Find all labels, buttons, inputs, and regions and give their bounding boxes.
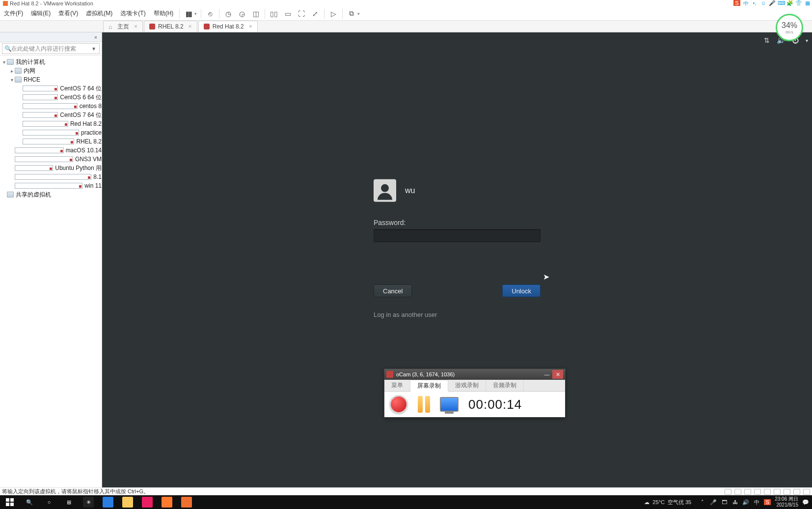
close-button[interactable]: ✕	[552, 370, 563, 379]
password-input[interactable]	[374, 229, 541, 242]
unity-button[interactable]: ▭	[282, 8, 293, 19]
menu-tabs[interactable]: 选项卡(T)	[116, 7, 149, 20]
tree-root-shared[interactable]: 共享的虚拟机	[0, 190, 102, 199]
scale-button[interactable]: ⧉	[346, 8, 357, 19]
tray-keyboard-icon[interactable]: ⌨	[778, 0, 785, 6]
tray-icon[interactable]: 🗔	[721, 499, 728, 505]
tray-sogou-icon[interactable]: S	[764, 499, 771, 505]
revert-button[interactable]: ◶	[237, 8, 247, 19]
taskbar-app[interactable]	[137, 495, 157, 509]
tab-rhel82[interactable]: RHEL 8.2 ×	[144, 21, 197, 32]
scale-dropdown[interactable]: ▾	[357, 11, 360, 16]
menu-vm[interactable]: 虚拟机(M)	[82, 7, 116, 20]
tree-vm-gns3[interactable]: GNS3 VM	[0, 155, 102, 164]
tray-volume-icon[interactable]: 🔊	[742, 499, 749, 506]
ocam-tab-game[interactable]: 游戏录制	[448, 380, 486, 391]
tree-vm-centos8[interactable]: centos 8	[0, 102, 102, 111]
layout-button[interactable]: ▯▯	[269, 8, 279, 19]
tree-vm-rhel82[interactable]: RHEL 8.2	[0, 137, 102, 146]
device-icon[interactable]	[803, 489, 810, 495]
capture-area-button[interactable]	[440, 397, 459, 412]
pause-dropdown[interactable]: ▾	[194, 11, 197, 16]
taskview-button[interactable]: ⊞	[59, 495, 79, 509]
tree-vm-centos7-2[interactable]: CentOS 7 64 位	[0, 111, 102, 119]
close-icon[interactable]: ×	[249, 23, 252, 30]
tree-folder-rhce[interactable]: ▾RHCE	[0, 75, 102, 84]
tray-ime-icon[interactable]: S	[733, 0, 740, 6]
dropdown-icon[interactable]: ▾	[90, 45, 97, 52]
device-icon[interactable]	[744, 489, 751, 495]
tray-icon[interactable]: 中	[742, 0, 749, 6]
menu-help[interactable]: 帮助(H)	[150, 7, 178, 20]
minimize-button[interactable]: —	[541, 370, 552, 379]
fullscreen-button[interactable]: ⛶	[296, 8, 307, 19]
chevron-up-icon[interactable]: ˄	[699, 499, 706, 506]
weather-widget[interactable]: ☁ 25°C 空气优 35	[644, 499, 691, 506]
tray-icon[interactable]: 🎤	[710, 499, 717, 506]
ocam-window[interactable]: oCam (3, 6, 1674, 1036) — ✕ 菜单 屏幕录制 游戏录制…	[384, 368, 566, 418]
cancel-button[interactable]: Cancel	[374, 284, 412, 297]
tray-ime[interactable]: 中	[753, 499, 760, 506]
device-icon[interactable]	[774, 489, 781, 495]
chevron-down-icon[interactable]: ▾	[806, 38, 808, 43]
device-icon[interactable]	[725, 489, 731, 495]
device-icon[interactable]	[764, 489, 771, 495]
tray-network-icon[interactable]: 🖧	[731, 499, 738, 505]
vm-viewport[interactable]: ⇅ 🔊 ⏻ ▾ wu Password: Cancel Unlock Log i…	[102, 32, 812, 487]
tree-vm-centos6[interactable]: CentOS 6 64 位	[0, 93, 102, 102]
tab-redhat82[interactable]: Red Hat 8.2 ×	[198, 21, 258, 32]
pause-button[interactable]	[418, 396, 430, 413]
stretch-button[interactable]: ⤢	[310, 8, 321, 19]
tree-vm-centos7-1[interactable]: CentOS 7 64 位	[0, 84, 102, 93]
menu-view[interactable]: 查看(V)	[54, 7, 82, 20]
taskbar-app[interactable]	[98, 495, 118, 509]
pause-button[interactable]: ▮▮	[183, 8, 194, 19]
tree-vm-win11[interactable]: win 11	[0, 181, 102, 190]
search-input-wrap[interactable]: 🔍 在此处键入内容进行搜索 ▾	[2, 43, 100, 54]
tree-vm-ubuntu[interactable]: Ubuntu Python 用	[0, 164, 102, 172]
notifications-icon[interactable]: 💬	[802, 499, 809, 506]
tray-mic-icon[interactable]: 🎤	[769, 0, 776, 6]
sidebar-close-icon[interactable]: ×	[92, 34, 100, 40]
tree-vm-macos[interactable]: macOS 10.14	[0, 146, 102, 155]
record-button[interactable]	[389, 395, 408, 414]
tree-root-mycomputer[interactable]: ▾我的计算机	[0, 57, 102, 66]
menu-file[interactable]: 文件(F)	[0, 7, 27, 20]
login-other-user[interactable]: Log in as another user	[374, 311, 541, 318]
close-icon[interactable]: ×	[189, 23, 192, 30]
tree-vm-81[interactable]: 8.1	[0, 172, 102, 181]
taskbar-app[interactable]: ✳	[79, 495, 98, 509]
ocam-titlebar[interactable]: oCam (3, 6, 1674, 1036) — ✕	[384, 369, 565, 380]
tray-icon[interactable]: •,	[751, 0, 758, 6]
manage-snapshots-button[interactable]: ◫	[250, 8, 261, 19]
search-button[interactable]: 🔍	[20, 495, 39, 509]
send-ctrl-alt-del-button[interactable]: ⎋	[205, 8, 216, 19]
taskbar-app[interactable]	[157, 495, 177, 509]
perf-ring[interactable]: 34% 0K/s	[776, 14, 803, 41]
ocam-tab-screen[interactable]: 屏幕录制	[410, 380, 448, 392]
device-icon[interactable]	[784, 489, 790, 495]
device-icon[interactable]	[734, 489, 741, 495]
collapse-icon[interactable]: ▾	[1, 59, 7, 65]
expand-icon[interactable]: ▸	[9, 68, 15, 74]
tree-vm-practice[interactable]: practice	[0, 128, 102, 137]
snapshot-button[interactable]: ◷	[223, 8, 234, 19]
ocam-tab-audio[interactable]: 音频录制	[486, 380, 524, 391]
tab-home[interactable]: ⌂ 主页 ×	[103, 21, 143, 32]
collapse-icon[interactable]: ▾	[9, 77, 15, 83]
ocam-tab-menu[interactable]: 菜单	[384, 380, 410, 391]
device-icon[interactable]	[754, 489, 761, 495]
tray-user-icon[interactable]: 👕	[795, 0, 802, 6]
tree-vm-redhat82[interactable]: Red Hat 8.2	[0, 119, 102, 128]
tray-icon[interactable]: 🧩	[786, 0, 793, 6]
menu-edit[interactable]: 编辑(E)	[27, 7, 54, 20]
unlock-button[interactable]: Unlock	[502, 284, 541, 297]
device-icon[interactable]	[793, 489, 800, 495]
cortana-button[interactable]: ○	[39, 495, 59, 509]
tray-smile-icon[interactable]: ☺	[760, 0, 767, 6]
console-button[interactable]: ▷	[328, 8, 339, 19]
taskbar-app-vmware[interactable]	[177, 495, 196, 509]
tree-folder-neiwang[interactable]: ▸内网	[0, 66, 102, 75]
taskbar-clock[interactable]: 23:06 周日 2021/8/15	[775, 496, 798, 508]
tray-grid-icon[interactable]: ▦	[804, 0, 811, 6]
